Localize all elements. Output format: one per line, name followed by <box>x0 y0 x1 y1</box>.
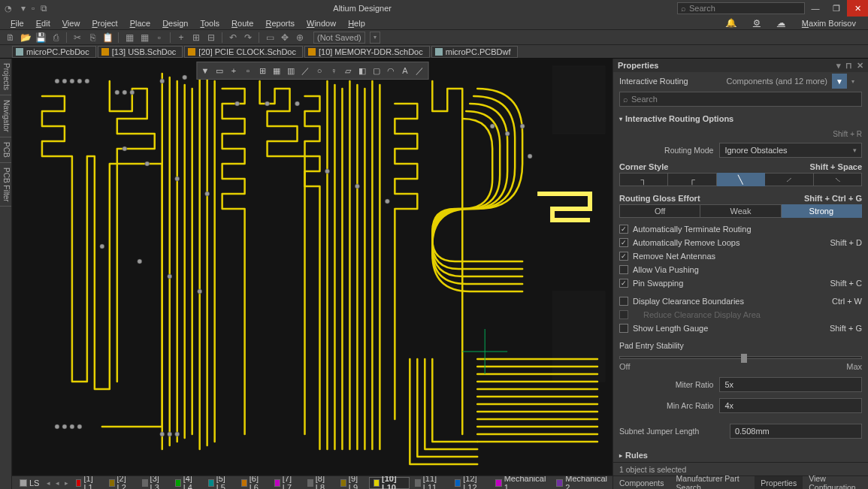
menu-edit[interactable]: Edit <box>30 19 56 28</box>
filter-button[interactable]: ▼ <box>832 74 847 89</box>
chk-auto-terminate[interactable]: Automatically Terminate Routing <box>619 222 862 236</box>
doc-tab-3[interactable]: [10] MEMORY-DDR.SchDoc <box>304 46 430 58</box>
tb-new-icon[interactable]: ▾ <box>21 3 26 14</box>
chk-allow-via-pushing[interactable]: Allow Via Pushing <box>619 263 862 276</box>
layer-6[interactable]: [6] L6 <box>237 477 269 489</box>
layer-8[interactable]: [8] L8 <box>303 477 335 489</box>
corner-arc-end[interactable]: ⟍ <box>814 173 862 186</box>
menu-view[interactable]: View <box>56 19 86 28</box>
tb-paste[interactable]: 📋 <box>101 32 113 44</box>
settings-icon[interactable]: ⚙ <box>747 18 767 28</box>
layer-10[interactable]: [10] L10 <box>369 477 410 489</box>
min-arc-input[interactable]: 4x <box>719 398 862 413</box>
tb-cross[interactable]: + <box>175 32 187 44</box>
chk-remove-antennas[interactable]: Remove Net Antennas <box>619 249 862 263</box>
sidetab-navigator[interactable]: Navigator <box>0 95 11 137</box>
tb-a3[interactable]: ▫ <box>153 32 165 44</box>
tb-open[interactable]: 📂 <box>20 32 32 44</box>
layer-11[interactable]: [11] L11 <box>410 477 449 489</box>
ct-via-icon[interactable]: ○ <box>313 64 326 77</box>
tb-net[interactable]: ⊕ <box>294 32 306 44</box>
save-state[interactable]: (Not Saved) <box>313 32 365 44</box>
ct-grid-icon[interactable]: ⊞ <box>256 64 269 77</box>
tb-align2[interactable]: ⊟ <box>205 32 217 44</box>
routing-mode-select[interactable]: Ignore Obstacles <box>719 143 862 158</box>
layer-ls[interactable]: LS <box>15 477 44 489</box>
layer-3[interactable]: [3] L3 <box>138 477 170 489</box>
corner-45[interactable]: ╲ <box>717 173 765 186</box>
bt-mfr-search[interactable]: Manufacturer Part Search <box>670 476 755 489</box>
bt-view-config[interactable]: View Configuration <box>803 476 868 489</box>
tb-save[interactable]: 💾 <box>35 32 47 44</box>
gloss-strong[interactable]: Strong <box>782 204 862 218</box>
ct-line-icon[interactable]: ／ <box>413 64 426 77</box>
tb-print[interactable]: ⎙ <box>50 32 62 44</box>
layer-1[interactable]: [1] L1 <box>71 477 104 489</box>
components-filter-text[interactable]: Components (and 12 more) <box>726 77 827 86</box>
pcb-canvas[interactable] <box>12 59 612 475</box>
panel-pin-icon[interactable]: ⊓ <box>845 61 852 71</box>
sidetab-pcb-filter[interactable]: PCB Filter <box>0 163 11 207</box>
menu-place[interactable]: Place <box>124 19 157 28</box>
menu-file[interactable]: File <box>5 19 30 28</box>
global-search-input[interactable]: ⌕ Search <box>677 2 805 14</box>
panel-dd-icon[interactable]: ▾ <box>836 61 841 71</box>
tb-save-icon[interactable]: ⧉ <box>41 3 47 14</box>
tb-new[interactable]: 🗎 <box>5 32 17 44</box>
tb-copy[interactable]: ⎘ <box>86 32 98 44</box>
layer-mech2[interactable]: Mechanical 2 <box>552 477 612 489</box>
ct-sel-icon[interactable]: ▭ <box>213 64 226 77</box>
layer-mech1[interactable]: Mechanical 1 <box>491 477 552 489</box>
ct-align-icon[interactable]: ▦ <box>270 64 283 77</box>
layer-nav-prev[interactable]: ◂ <box>53 478 62 488</box>
minimize-button[interactable]: — <box>805 0 826 17</box>
doc-tab-4[interactable]: microPC.PCBDwf <box>431 46 518 58</box>
cloud-icon[interactable]: ☁ <box>771 18 791 28</box>
sidetab-pcb[interactable]: PCB <box>0 137 11 163</box>
corner-90-start[interactable]: ┐ <box>619 173 668 186</box>
layer-2[interactable]: [2] L2 <box>104 477 137 489</box>
properties-search-input[interactable]: ⌕ Search <box>619 92 862 107</box>
layer-9[interactable]: [9] L9 <box>336 477 368 489</box>
user-name[interactable]: Maxim Borisov <box>796 19 862 28</box>
menu-tools[interactable]: Tools <box>194 19 225 28</box>
ct-move-icon[interactable]: ▫ <box>241 64 255 77</box>
layer-7[interactable]: [7] L7 <box>270 477 302 489</box>
filter-dd[interactable]: ▾ <box>851 78 862 85</box>
sidetab-projects[interactable]: Projects <box>0 59 11 95</box>
gloss-off[interactable]: Off <box>619 204 700 218</box>
menu-route[interactable]: Route <box>225 19 259 28</box>
maximize-button[interactable]: ❐ <box>826 0 847 17</box>
ct-route-icon[interactable]: ／ <box>298 64 312 77</box>
layer-4[interactable]: [4] L4 <box>171 477 203 489</box>
chk-clearance-boundaries[interactable]: Display Clearance BoundariesCtrl + W <box>619 294 862 308</box>
section-routing-options[interactable]: Interactive Routing Options <box>619 111 862 126</box>
menu-reports[interactable]: Reports <box>259 19 301 28</box>
tb-align1[interactable]: ⊞ <box>190 32 202 44</box>
ct-text-icon[interactable]: A <box>398 64 412 77</box>
gloss-weak[interactable]: Weak <box>700 204 781 218</box>
chk-length-gauge[interactable]: Show Length GaugeShift + G <box>619 321 862 335</box>
tb-cut[interactable]: ✂ <box>71 32 83 44</box>
ct-arc-icon[interactable]: ◠ <box>384 64 398 77</box>
layer-nav-next[interactable]: ▸ <box>62 478 71 488</box>
tb-undo[interactable]: ↶ <box>227 32 239 44</box>
layer-nav-first[interactable]: ◂ <box>44 478 53 488</box>
menu-project[interactable]: Project <box>86 19 123 28</box>
chk-pin-swapping[interactable]: Pin SwappingShift + C <box>619 276 862 290</box>
tb-a2[interactable]: ▦ <box>138 32 150 44</box>
ct-filter-icon[interactable]: ▼ <box>198 64 212 77</box>
ct-region-icon[interactable]: ▢ <box>370 64 383 77</box>
doc-tab-1[interactable]: [13] USB.SchDoc <box>98 46 183 58</box>
miter-ratio-input[interactable]: 5x <box>719 377 862 392</box>
layer-12[interactable]: [12] L12 <box>450 477 489 489</box>
chk-auto-remove-loops[interactable]: Automatically Remove LoopsShift + D <box>619 236 862 249</box>
close-button[interactable]: ✕ <box>847 0 868 17</box>
layer-5[interactable]: [5] L5 <box>204 477 236 489</box>
corner-arc-start[interactable]: ⟋ <box>765 173 813 186</box>
ct-poly-icon[interactable]: ▱ <box>341 64 355 77</box>
bt-components[interactable]: Components <box>613 476 670 489</box>
ct-bulb-icon[interactable]: ♀ <box>327 64 340 77</box>
menu-window[interactable]: Window <box>301 19 342 28</box>
ct-cross-icon[interactable]: + <box>227 64 240 77</box>
